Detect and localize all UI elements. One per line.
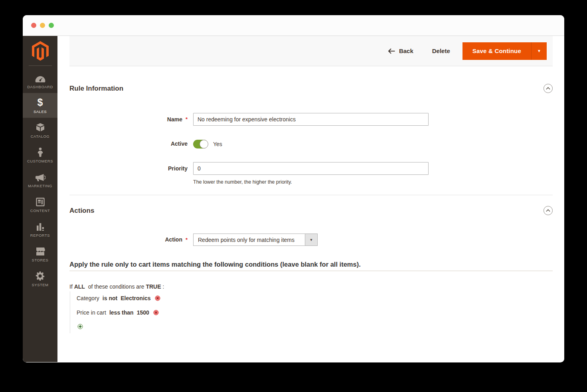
back-arrow-icon: [388, 48, 395, 54]
actions-title: Actions: [69, 207, 94, 215]
back-button[interactable]: Back: [388, 48, 413, 54]
condition-operator-link[interactable]: less than: [109, 309, 134, 316]
actions-collapse-button[interactable]: [544, 206, 553, 215]
action-select-value: Redeem points only for matching items: [194, 234, 305, 245]
sidebar-item-marketing[interactable]: MARKETING: [23, 167, 57, 192]
sidebar-item-label: SYSTEM: [32, 283, 48, 287]
stores-icon: [35, 245, 45, 256]
name-field-row: Name*: [69, 113, 553, 126]
sidebar-nav: DASHBOARD $ SALES CATALOG CUSTOME: [23, 68, 57, 291]
add-condition-button[interactable]: [77, 324, 553, 329]
active-toggle[interactable]: [193, 140, 208, 148]
customers-icon: [37, 147, 43, 157]
sidebar-item-label: REPORTS: [30, 233, 50, 238]
priority-note: The lower the number, the higher the pri…: [193, 179, 429, 185]
priority-field-row: Priority The lower the number, the highe…: [69, 162, 553, 185]
remove-condition-button[interactable]: [155, 295, 160, 301]
sidebar-item-sales[interactable]: $ SALES: [23, 93, 57, 118]
close-window-button[interactable]: [31, 23, 36, 28]
minimize-window-button[interactable]: [40, 23, 45, 28]
admin-sidebar: DASHBOARD $ SALES CATALOG CUSTOME: [23, 36, 57, 362]
content-icon: [36, 196, 45, 206]
window-titlebar: [23, 15, 564, 36]
sidebar-item-content[interactable]: CONTENT: [23, 192, 57, 217]
rule-information-title: Rule Information: [69, 85, 123, 93]
toggle-knob: [200, 140, 208, 148]
aggregator-true-link[interactable]: TRUE: [146, 283, 161, 290]
sidebar-item-customers[interactable]: CUSTOMERS: [23, 143, 57, 167]
remove-icon: [153, 310, 159, 315]
system-icon: [36, 270, 45, 281]
condition-attribute: Category: [77, 295, 99, 301]
actions-section-header: Actions: [69, 206, 553, 215]
condition-row: Category is not Electronics: [77, 295, 553, 301]
save-continue-button[interactable]: Save & Continue: [462, 42, 531, 60]
action-select-arrow[interactable]: ▼: [305, 234, 317, 245]
sidebar-item-stores[interactable]: STORES: [23, 242, 57, 266]
action-select[interactable]: Redeem points only for matching items ▼: [193, 234, 318, 246]
add-condition-row: [77, 324, 553, 329]
chevron-up-icon: [546, 209, 550, 212]
sales-icon: $: [38, 97, 43, 107]
traffic-lights: [31, 23, 54, 28]
save-options-toggle[interactable]: ▼: [531, 42, 547, 60]
condition-value-link[interactable]: Electronics: [121, 295, 150, 301]
sidebar-item-system[interactable]: SYSTEM: [23, 266, 57, 291]
sidebar-item-catalog[interactable]: CATALOG: [23, 118, 57, 143]
remove-condition-button[interactable]: [153, 310, 159, 315]
conditions-tree: Category is not Electronics Price in car…: [70, 291, 553, 333]
action-field-label: Action*: [69, 234, 188, 246]
active-field-label: Active: [69, 139, 188, 148]
app-window: DASHBOARD $ SALES CATALOG CUSTOME: [23, 15, 564, 362]
required-marker: *: [186, 113, 188, 126]
rule-edit-form: Rule Information Name*: [57, 66, 564, 362]
aggregator-all-link[interactable]: ALL: [74, 283, 85, 290]
rule-information-collapse-button[interactable]: [544, 84, 553, 93]
name-field-label: Name*: [69, 113, 188, 126]
save-split-button: Save & Continue ▼: [462, 42, 547, 60]
zoom-window-button[interactable]: [49, 23, 54, 28]
caret-down-icon: ▼: [310, 238, 313, 242]
magento-logo-icon: [32, 41, 49, 61]
section-divider: [69, 195, 553, 195]
caret-down-icon: ▼: [537, 49, 541, 53]
sidebar-item-reports[interactable]: REPORTS: [23, 217, 57, 242]
active-field-row: Active Yes: [69, 139, 553, 148]
condition-row: Price in cart less than 1500: [77, 309, 553, 316]
name-input[interactable]: [193, 113, 429, 126]
chevron-up-icon: [546, 87, 550, 90]
page-actions-toolbar: Back Delete Save & Continue ▼: [69, 36, 553, 66]
condition-attribute: Price in cart: [77, 309, 106, 316]
reports-icon: [36, 221, 44, 231]
condition-value-link[interactable]: 1500: [137, 309, 149, 316]
sidebar-item-label: DASHBOARD: [27, 85, 53, 89]
required-marker: *: [186, 234, 188, 246]
remove-icon: [155, 295, 160, 301]
conditions-heading: Apply the rule only to cart items matchi…: [69, 261, 553, 271]
dashboard-icon: [35, 72, 45, 83]
sidebar-item-dashboard[interactable]: DASHBOARD: [23, 68, 57, 93]
sidebar-item-label: STORES: [32, 258, 49, 262]
sidebar-item-label: CATALOG: [31, 134, 50, 139]
marketing-icon: [35, 171, 45, 182]
add-icon: [77, 324, 83, 329]
catalog-icon: [36, 122, 45, 132]
active-toggle-state: Yes: [213, 141, 222, 147]
rule-information-section-header: Rule Information: [69, 84, 553, 93]
sidebar-item-label: CONTENT: [30, 208, 50, 213]
back-button-label: Back: [399, 48, 413, 54]
priority-input[interactable]: [193, 162, 429, 175]
magento-logo[interactable]: [23, 36, 57, 65]
condition-operator-link[interactable]: is not: [103, 295, 117, 301]
sidebar-divider: [29, 65, 52, 66]
sidebar-item-label: SALES: [34, 109, 47, 114]
conditions-aggregator-clause: If ALL of these conditions are TRUE :: [69, 283, 553, 290]
sidebar-item-label: MARKETING: [28, 184, 52, 188]
delete-button[interactable]: Delete: [432, 48, 450, 54]
action-field-row: Action* Redeem points only for matching …: [69, 234, 553, 246]
sidebar-item-label: CUSTOMERS: [27, 159, 53, 163]
priority-field-label: Priority: [69, 162, 188, 175]
